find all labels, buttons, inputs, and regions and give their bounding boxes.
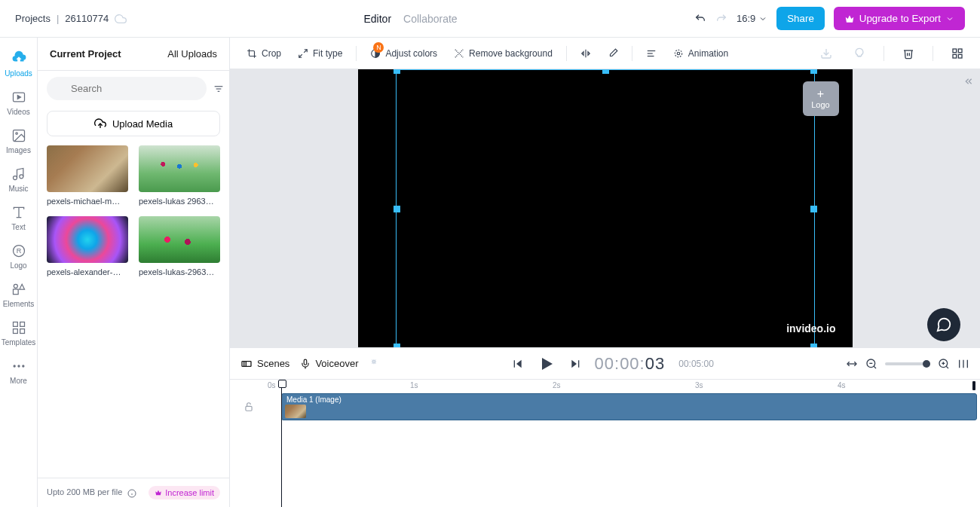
share-button[interactable]: Share <box>776 7 825 30</box>
watermark: invideo.io <box>786 322 835 334</box>
sidenav-logo[interactable]: R Logo <box>2 240 35 273</box>
sidenav-uploads[interactable]: Uploads <box>2 47 35 81</box>
toolbar-separator <box>356 46 357 61</box>
sidenav-music[interactable]: Music <box>2 163 35 196</box>
clip-label: Media 1 (Image) <box>286 396 341 404</box>
thumbnail-image <box>139 145 220 192</box>
svg-rect-43 <box>958 54 962 58</box>
tab-all-uploads[interactable]: All Uploads <box>167 48 217 60</box>
filter-button[interactable] <box>213 83 225 95</box>
sidenav-text[interactable]: Text <box>2 202 35 234</box>
delete-button[interactable] <box>896 43 920 64</box>
resize-handle[interactable] <box>394 206 400 212</box>
playhead[interactable] <box>281 380 282 507</box>
track-lock-icon[interactable] <box>230 402 268 412</box>
increase-limit-button[interactable]: Increase limit <box>149 486 220 499</box>
selection-box[interactable] <box>396 69 815 347</box>
svg-rect-15 <box>13 329 17 334</box>
scenes-toggle[interactable]: Scenes <box>240 358 289 370</box>
templates-icon <box>11 320 26 335</box>
video-track[interactable]: Media 1 (Image) <box>268 393 980 420</box>
align-button[interactable] <box>640 44 663 63</box>
tab-current-project[interactable]: Current Project <box>50 48 121 60</box>
sidenav-templates[interactable]: Templates <box>2 317 35 350</box>
sidenav-more[interactable]: More <box>2 356 35 388</box>
resize-handle[interactable] <box>394 344 400 347</box>
timeline-clip[interactable]: Media 1 (Image) <box>281 393 977 420</box>
zoom-out-button[interactable] <box>865 358 877 370</box>
svg-marker-33 <box>588 51 590 55</box>
plus-icon: + <box>817 88 824 100</box>
svg-line-29 <box>304 49 307 52</box>
align-icon <box>646 48 657 59</box>
sidenav-videos[interactable]: Videos <box>2 87 35 119</box>
sidenav-elements[interactable]: Elements <box>2 279 35 311</box>
fit-type-button[interactable]: Fit type <box>292 44 348 63</box>
prev-frame-button[interactable] <box>512 358 524 370</box>
adjust-colors-button[interactable]: N Adjust colors <box>364 44 443 63</box>
projects-link[interactable]: Projects <box>15 13 51 24</box>
media-thumbnail[interactable]: pexels-lukas 2963… <box>139 145 220 206</box>
resize-handle[interactable] <box>810 69 817 74</box>
svg-rect-42 <box>953 54 957 58</box>
ruler-tick: 2s <box>553 381 561 389</box>
color-picker-button[interactable] <box>602 44 624 63</box>
remove-background-button[interactable]: Remove background <box>448 44 559 63</box>
canvas-area[interactable]: + Logo invideo.io <box>230 69 980 347</box>
upload-media-button[interactable]: Upload Media <box>47 111 220 136</box>
search-input[interactable] <box>47 77 207 100</box>
svg-point-4 <box>13 176 17 180</box>
crop-button[interactable]: Crop <box>240 44 287 63</box>
help-button[interactable] <box>847 43 871 64</box>
zoom-in-button[interactable] <box>938 358 950 370</box>
redo-button[interactable] <box>715 13 727 25</box>
scenes-icon <box>240 358 253 370</box>
cloud-sync-icon <box>115 13 127 25</box>
resize-handle[interactable] <box>602 69 609 74</box>
chevron-down-icon <box>945 14 954 23</box>
ruler-tick: 0s <box>268 381 276 389</box>
timeline[interactable]: 0s 1s 2s 3s 4s Media 1 (Image) <box>230 379 980 507</box>
svg-rect-40 <box>953 49 957 53</box>
sidenav-images[interactable]: Images <box>2 125 35 157</box>
ruler-tick: 4s <box>838 381 846 389</box>
svg-point-19 <box>22 365 24 367</box>
svg-marker-11 <box>19 284 24 289</box>
media-thumbnail[interactable]: pexels-lukas-2963… <box>139 216 220 276</box>
video-icon <box>11 90 26 105</box>
flip-icon <box>580 48 591 59</box>
magic-icon[interactable] <box>369 359 379 369</box>
tab-editor[interactable]: Editor <box>363 13 391 25</box>
fit-timeline-button[interactable] <box>846 358 858 370</box>
preview-canvas[interactable]: + Logo invideo.io <box>358 69 853 347</box>
end-marker[interactable] <box>972 381 975 390</box>
next-frame-button[interactable] <box>569 358 581 370</box>
logo-placeholder[interactable]: + Logo <box>803 81 839 116</box>
upgrade-button[interactable]: Upgrade to Export <box>834 7 965 30</box>
voiceover-toggle[interactable]: Voiceover <box>300 358 358 369</box>
slider-handle[interactable] <box>923 360 930 368</box>
collapse-right-panel-icon[interactable] <box>962 75 974 87</box>
undo-button[interactable] <box>694 13 706 25</box>
chat-fab[interactable] <box>927 308 960 341</box>
tab-collaborate[interactable]: Collaborate <box>403 13 458 25</box>
download-button[interactable] <box>814 43 838 64</box>
svg-point-37 <box>677 52 680 55</box>
timeline-settings-button[interactable] <box>957 358 969 370</box>
play-button[interactable] <box>537 355 556 373</box>
resize-handle[interactable] <box>394 69 400 74</box>
grid-view-button[interactable] <box>945 43 969 64</box>
flip-button[interactable] <box>574 44 597 63</box>
eyedropper-icon <box>608 48 618 59</box>
download-icon <box>820 47 832 60</box>
svg-point-3 <box>15 133 17 135</box>
zoom-slider[interactable] <box>885 362 930 365</box>
aspect-ratio-select[interactable]: 16:9 <box>737 13 767 24</box>
resize-handle[interactable] <box>810 344 817 347</box>
svg-marker-52 <box>571 359 577 368</box>
animation-button[interactable]: Animation <box>667 44 734 63</box>
breadcrumb: Projects | 26110774 <box>15 13 127 25</box>
media-thumbnail[interactable]: pexels-michael-m… <box>47 145 128 206</box>
media-thumbnail[interactable]: pexels-alexander-… <box>47 216 128 276</box>
resize-handle[interactable] <box>810 206 817 212</box>
